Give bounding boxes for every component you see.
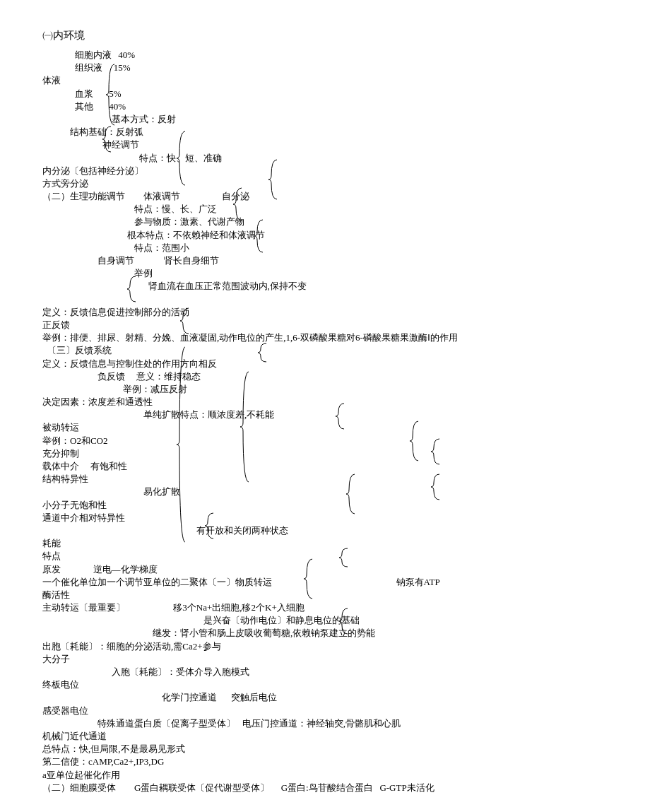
brace-icon xyxy=(180,307,190,335)
brace-icon xyxy=(339,607,349,635)
outline-line: 主动转运〔最重要〕 移3个Na+出细胞,移2个K+入细胞 xyxy=(42,601,608,614)
outline-line: 出胞〔耗能〕：细胞的分泌活动,需Ca2+参与 xyxy=(42,640,608,653)
outline-line: （二）细胞膜受体 G蛋白耦联受体〔促代谢型受体〕 G蛋白:鸟苷酸结合蛋白 G-G… xyxy=(42,782,608,794)
outline-line: 是兴奋〔动作电位〕和静息电位的基础 xyxy=(42,614,608,627)
brace-icon xyxy=(304,558,314,600)
brace-icon xyxy=(254,218,264,254)
outline-line: 有开放和关闭两种状态 xyxy=(42,524,608,537)
outline-line: 特殊通道蛋白质〔促离子型受体〕 电压门控通道：神经轴突,骨骼肌和心肌 xyxy=(42,717,608,730)
outline-line: 定义：反馈信息与控制住处的作用方向相反 xyxy=(42,358,608,370)
outline-line: 单纯扩散特点：顺浓度差,不耗能 xyxy=(42,408,608,421)
outline-line: 继发：肾小管和肠上皮吸收葡萄糖,依赖钠泵建立的势能 xyxy=(42,627,608,640)
outline-line: 终板电位 xyxy=(42,678,608,691)
brace-icon xyxy=(336,402,345,430)
outline-line: 组织液 15% xyxy=(42,61,608,74)
brace-icon xyxy=(205,512,215,540)
brace-icon xyxy=(177,130,187,187)
outline-line: 特点：快、短、准确 xyxy=(42,152,608,165)
outline-line: 入胞〔耗能〕：受体介导入胞模式 xyxy=(42,666,608,678)
brace-icon xyxy=(431,473,441,501)
outline-line: 易化扩散 xyxy=(42,486,608,498)
brace-icon xyxy=(177,346,187,543)
outline-line: 举例：O2和CO2 xyxy=(42,435,608,447)
brace-icon xyxy=(339,547,349,568)
outline-line: 血浆 5% xyxy=(42,88,608,100)
outline-line: 根本特点：不依赖神经和体液调节 xyxy=(42,229,608,242)
outline-line: 一个催化单位加一个调节亚单位的二聚体〔一〕物质转运 钠泵有ATP xyxy=(42,576,608,589)
brace-icon xyxy=(268,158,278,201)
outline-line: 感受器电位 xyxy=(42,705,608,717)
outline-line: 大分子 xyxy=(42,653,608,666)
outline-line: 特点：范围小 xyxy=(42,242,608,254)
outline-line: 结构特异性 xyxy=(42,473,608,486)
outline-line: 〔三〕反馈系统 xyxy=(42,344,608,357)
outline-line: 酶活性 xyxy=(42,589,608,601)
page-number: 1 / 35 xyxy=(42,808,608,812)
outline-line: 神经调节 xyxy=(42,139,608,151)
brace-icon xyxy=(106,63,116,126)
outline-line: 自身调节 肾长自身细节 xyxy=(42,254,608,267)
brace-icon xyxy=(431,437,441,466)
outline-line: 第二信使：cAMP,Ca2+,IP3,DG xyxy=(42,755,608,768)
brace-icon xyxy=(240,370,250,483)
outline-line: 正反馈 xyxy=(42,319,608,331)
page-title: ㈠内环境 xyxy=(42,28,608,43)
outline-line: 其他 40% xyxy=(42,100,608,113)
outline-line: 耗能 xyxy=(42,537,608,550)
outline-line: 负反馈 意义：维持稳态 xyxy=(42,370,608,383)
outline-line: a亚单位起催化作用 xyxy=(42,769,608,782)
brace-icon xyxy=(346,473,356,515)
outline-line: 体液 xyxy=(42,74,608,87)
brace-icon xyxy=(258,342,268,363)
outline-body: 细胞内液 40% 组织液 15%体液 血浆 5% 其他 40% 基本方式：反射 … xyxy=(42,49,608,794)
brace-icon xyxy=(127,275,137,303)
outline-line: 方式旁分泌 xyxy=(42,177,608,190)
outline-line: 总特点：快,但局限,不是最易见形式 xyxy=(42,743,608,755)
outline-line: 基本方式：反射 xyxy=(42,113,608,126)
outline-line: 小分子无饱和性 xyxy=(42,499,608,512)
outline-line: 特点：慢、长、广泛 xyxy=(42,203,608,216)
outline-line: 内分泌〔包括神经分泌〕 xyxy=(42,165,608,177)
outline-line: 特点 xyxy=(42,550,608,563)
outline-line: 化学门控通道 突触后电位 xyxy=(42,691,608,704)
brace-icon xyxy=(410,420,420,462)
outline-line: 参与物质：激素、代谢产物 xyxy=(42,216,608,228)
outline-line: 结构基础：反射弧 xyxy=(42,126,608,139)
outline-line: 通道中介相对特异性 xyxy=(42,512,608,524)
outline-line: 机械门近代通道 xyxy=(42,730,608,743)
brace-icon xyxy=(233,187,243,222)
outline-line: 载体中介 有饱和性 xyxy=(42,460,608,473)
outline-line: 充分抑制 xyxy=(42,447,608,460)
outline-line: 定义：反馈信息促进控制部分的活动 xyxy=(42,306,608,319)
brace-icon xyxy=(102,125,112,153)
outline-line: 举例：排便、排尿、射精、分娩、血液凝固,动作电位的产生,1,6-双磷酸果糖对6-… xyxy=(42,331,608,344)
outline-line: 被动转运 xyxy=(42,421,608,434)
outline-line: 细胞内液 40% xyxy=(42,49,608,61)
outline-line: 决定因素：浓度差和通透性 xyxy=(42,396,608,408)
outline-line: 举例：减压反射 xyxy=(42,383,608,396)
outline-line: 原发 逆电—化学梯度 xyxy=(42,563,608,576)
outline-line: （二）生理功能调节 体液调节 自分泌 xyxy=(42,190,608,203)
